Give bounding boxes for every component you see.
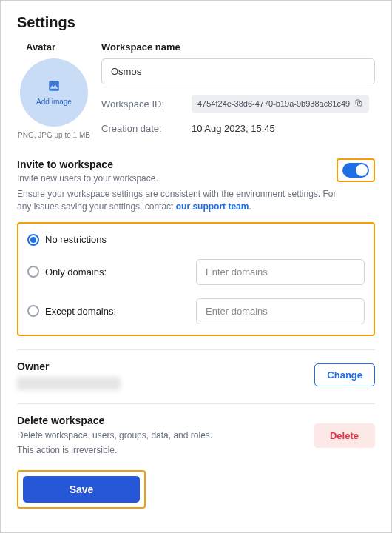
add-image-text: Add image	[36, 98, 72, 106]
invite-section: Invite to workspace Invite new users to …	[17, 158, 375, 336]
invite-subtitle: Invite new users to your workspace.	[17, 173, 337, 184]
delete-button[interactable]: Delete	[314, 423, 375, 448]
support-link[interactable]: our support team	[176, 201, 249, 212]
radio-label: No restrictions	[45, 234, 107, 245]
radio-icon	[27, 305, 39, 317]
change-owner-button[interactable]: Change	[314, 363, 375, 386]
copy-icon	[354, 98, 363, 109]
radio-only-domains[interactable]: Only domains:	[27, 266, 107, 278]
owner-label: Owner	[17, 361, 121, 372]
delete-desc-2: This action is irreversible.	[17, 444, 212, 457]
except-domains-input[interactable]	[196, 298, 365, 324]
delete-section: Delete workspace Delete workspace, users…	[17, 415, 375, 457]
save-button[interactable]: Save	[23, 476, 140, 503]
creation-date-value: 10 Aug 2023; 15:45	[192, 123, 275, 134]
save-highlight: Save	[17, 470, 146, 509]
radio-label: Except domains:	[45, 306, 116, 317]
invite-toggle-highlight	[337, 158, 375, 182]
workspace-id-value: 4754f24e-38d6-4770-b19a-9b938ac81c49	[197, 99, 350, 108]
page-title: Settings	[17, 14, 375, 31]
radio-no-restrictions[interactable]: No restrictions	[27, 234, 107, 246]
owner-value	[17, 377, 121, 390]
workspace-section: Workspace name Workspace ID: 4754f24e-38…	[101, 41, 375, 139]
creation-date-label: Creation date:	[101, 123, 184, 134]
divider	[17, 403, 375, 404]
avatar-label: Avatar	[17, 41, 91, 53]
domain-restrictions-panel: No restrictions Only domains: Except dom…	[17, 222, 375, 336]
radio-label: Only domains:	[45, 266, 107, 278]
owner-section: Owner Change	[17, 361, 375, 390]
invite-toggle[interactable]	[342, 163, 369, 178]
radio-except-domains[interactable]: Except domains:	[27, 305, 116, 317]
workspace-id-label: Workspace ID:	[101, 98, 184, 110]
invite-title: Invite to workspace	[17, 158, 337, 170]
radio-icon	[27, 266, 39, 278]
workspace-name-input[interactable]	[101, 58, 375, 84]
invite-note: Ensure your workspace settings are consi…	[17, 188, 337, 213]
image-icon	[47, 79, 61, 98]
workspace-name-label: Workspace name	[101, 41, 375, 53]
avatar-hint: PNG, JPG up to 1 MB	[17, 131, 91, 139]
delete-title: Delete workspace	[17, 415, 212, 426]
workspace-id-chip[interactable]: 4754f24e-38d6-4770-b19a-9b938ac81c49	[192, 95, 369, 113]
avatar-upload[interactable]: Add image	[20, 58, 88, 127]
only-domains-input[interactable]	[196, 259, 365, 285]
radio-icon	[27, 234, 39, 246]
divider	[17, 349, 375, 350]
avatar-section: Avatar Add image PNG, JPG up to 1 MB	[17, 41, 91, 139]
delete-desc-1: Delete workspace, users, groups, data, a…	[17, 429, 212, 442]
